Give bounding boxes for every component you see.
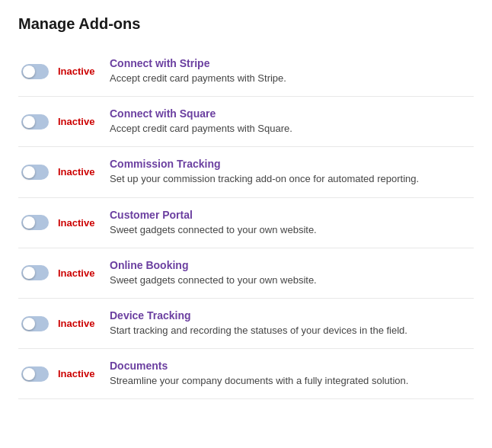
- addon-desc-online-booking: Sweet gadgets connected to your own webs…: [110, 274, 317, 286]
- toggle-wrapper-customer-portal: [18, 215, 52, 230]
- status-label-customer-portal: Inactive: [58, 217, 102, 229]
- toggle-wrapper-online-booking: [18, 265, 52, 280]
- addon-info-device-tracking: Device Tracking Start tracking and recor…: [110, 309, 474, 338]
- addon-name-online-booking[interactable]: Online Booking: [110, 259, 474, 271]
- addon-info-documents: Documents Streamline your company docume…: [110, 360, 474, 388]
- page-title: Manage Add-ons: [18, 15, 474, 33]
- addon-desc-customer-portal: Sweet gadgets connected to your own webs…: [110, 224, 317, 235]
- addon-info-stripe: Connect with Stripe Accept credit card p…: [110, 57, 474, 85]
- addon-item-device-tracking: Inactive Device Tracking Start tracking …: [18, 299, 474, 349]
- addon-item-stripe: Inactive Connect with Stripe Accept cred…: [18, 46, 474, 97]
- addon-item-online-booking: Inactive Online Booking Sweet gadgets co…: [18, 248, 474, 299]
- toggle-commission[interactable]: [21, 165, 49, 180]
- addon-desc-documents: Streamline your company documents with a…: [110, 375, 408, 386]
- toggle-wrapper-square: [18, 114, 52, 130]
- toggle-wrapper-stripe: [18, 64, 52, 79]
- addon-name-customer-portal[interactable]: Customer Portal: [110, 209, 474, 221]
- addon-desc-device-tracking: Start tracking and recording the statuse…: [110, 325, 407, 336]
- status-label-square: Inactive: [58, 116, 102, 127]
- toggle-wrapper-device-tracking: [18, 316, 52, 331]
- status-label-documents: Inactive: [58, 368, 102, 379]
- toggle-online-booking[interactable]: [21, 265, 49, 280]
- status-label-commission: Inactive: [58, 166, 102, 178]
- status-label-online-booking: Inactive: [58, 267, 102, 279]
- addon-item-commission: Inactive Commission Tracking Set up your…: [18, 147, 474, 197]
- addon-item-square: Inactive Connect with Square Accept cred…: [18, 97, 474, 147]
- addon-desc-square: Accept credit card payments with Square.: [110, 123, 292, 134]
- addon-name-stripe[interactable]: Connect with Stripe: [110, 57, 474, 69]
- addon-info-online-booking: Online Booking Sweet gadgets connected t…: [110, 259, 474, 287]
- toggle-documents[interactable]: [21, 366, 49, 382]
- toggle-stripe[interactable]: [21, 64, 49, 79]
- addon-info-square: Connect with Square Accept credit card p…: [110, 107, 474, 136]
- addon-desc-commission: Set up your commission tracking add-on o…: [110, 173, 419, 184]
- status-label-device-tracking: Inactive: [58, 318, 102, 329]
- addon-item-customer-portal: Inactive Customer Portal Sweet gadgets c…: [18, 198, 474, 248]
- addon-desc-stripe: Accept credit card payments with Stripe.: [110, 72, 286, 84]
- addon-info-commission: Commission Tracking Set up your commissi…: [110, 158, 474, 186]
- addon-name-square[interactable]: Connect with Square: [110, 107, 474, 120]
- toggle-wrapper-documents: [18, 366, 52, 382]
- addon-name-documents[interactable]: Documents: [110, 360, 474, 372]
- addon-info-customer-portal: Customer Portal Sweet gadgets connected …: [110, 209, 474, 237]
- toggle-customer-portal[interactable]: [21, 215, 49, 230]
- toggle-square[interactable]: [21, 114, 49, 130]
- addon-name-device-tracking[interactable]: Device Tracking: [110, 309, 474, 322]
- toggle-wrapper-commission: [18, 165, 52, 180]
- addon-item-documents: Inactive Documents Streamline your compa…: [18, 349, 474, 399]
- addon-name-commission[interactable]: Commission Tracking: [110, 158, 474, 170]
- status-label-stripe: Inactive: [58, 66, 102, 77]
- addon-list: Inactive Connect with Stripe Accept cred…: [18, 46, 474, 399]
- toggle-device-tracking[interactable]: [21, 316, 49, 331]
